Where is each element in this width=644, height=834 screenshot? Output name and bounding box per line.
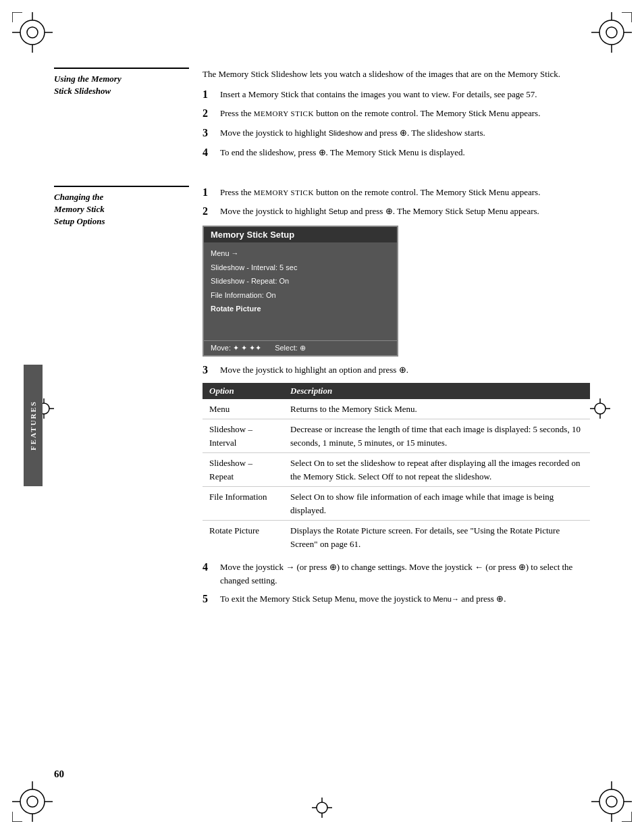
- svg-point-32: [317, 802, 327, 813]
- page-content: Features Using the MemoryStick Slideshow…: [54, 68, 590, 780]
- mid-right-crosshair: [590, 398, 610, 421]
- section1-container: Using the MemoryStick Slideshow The Memo…: [54, 68, 590, 165]
- step-num: 5: [203, 592, 213, 606]
- option-menu: Menu: [203, 399, 284, 419]
- option-slideshow-repeat: Slideshow – Repeat: [203, 453, 284, 487]
- svg-point-1: [27, 27, 38, 38]
- section1-intro: The Memory Stick Slideshow lets you watc…: [203, 68, 590, 81]
- page-number: 60: [54, 768, 64, 780]
- step-num: 4: [203, 561, 213, 587]
- step-2-4: 4 Move the joystick → (or press ⊕) to ch…: [203, 561, 590, 587]
- svg-point-9: [606, 27, 617, 38]
- step-num: 3: [203, 363, 213, 377]
- section2-steps-4-5: 4 Move the joystick → (or press ⊕) to ch…: [203, 561, 590, 606]
- desc-menu: Returns to the Memory Stick Menu.: [284, 399, 590, 419]
- svg-point-8: [599, 20, 624, 45]
- option-file-info: File Information: [203, 487, 284, 521]
- dialog-menu-item-2: Slideshow - Interval: 5 sec: [211, 261, 390, 275]
- svg-point-0: [20, 20, 45, 45]
- step-2-5: 5 To exit the Memory Stick Setup Menu, m…: [203, 592, 590, 606]
- table-row: Slideshow – Repeat Select On to set the …: [203, 453, 590, 487]
- section2-step3: 3 Move the joystick to highlight an opti…: [203, 363, 590, 377]
- dialog-menu-item-1: Menu →: [211, 246, 390, 261]
- table-row: Menu Returns to the Memory Stick Menu.: [203, 399, 590, 419]
- svg-point-17: [27, 796, 38, 807]
- dialog-menu-item-5: Rotate Picture: [211, 302, 390, 316]
- section2-steps: 1 Press the MEMORY STICK button on the r…: [203, 186, 590, 219]
- step-text: Move the joystick to highlight an option…: [220, 363, 590, 377]
- corner-decoration-tl: [12, 12, 53, 53]
- step-num: 3: [203, 126, 213, 140]
- corner-decoration-tr: [591, 12, 632, 53]
- svg-point-24: [599, 789, 624, 814]
- step-num: 2: [203, 107, 213, 121]
- corner-decoration-bl: [12, 781, 53, 822]
- section1-left: Using the MemoryStick Slideshow: [54, 68, 203, 165]
- step-text: Move the joystick to highlight Slideshow…: [220, 126, 590, 140]
- center-bottom-crosshair: [312, 798, 332, 818]
- section2-left: Changing theMemory StickSetup Options: [54, 186, 203, 612]
- table-row: File Information Select On to show file …: [203, 487, 590, 521]
- corner-decoration-br: [591, 781, 632, 822]
- step-2-2: 2 Move the joystick to highlight Setup a…: [203, 205, 590, 219]
- desc-file-info: Select On to show file information of ea…: [284, 487, 590, 521]
- dialog-menu-item-3: Slideshow - Repeat: On: [211, 274, 390, 288]
- step-1-4: 4 To end the slideshow, press ⊕. The Mem…: [203, 146, 590, 160]
- dialog-body: Menu → Slideshow - Interval: 5 sec Slide…: [204, 242, 397, 340]
- desc-rotate-picture: Displays the Rotate Picture screen. For …: [284, 521, 590, 554]
- step-text: To exit the Memory Stick Setup Menu, mov…: [220, 592, 590, 606]
- small-caps-memory-stick: MEMORY STICK: [254, 109, 314, 118]
- section1-right: The Memory Stick Slideshow lets you watc…: [203, 68, 590, 165]
- section1-steps: 1 Insert a Memory Stick that contains th…: [203, 88, 590, 160]
- svg-point-25: [606, 796, 617, 807]
- step-text: Press the MEMORY STICK button on the rem…: [220, 186, 590, 200]
- section2-heading: Changing theMemory StickSetup Options: [54, 186, 189, 228]
- step-text: Press the MEMORY STICK button on the rem…: [220, 107, 590, 121]
- setup-dialog: Memory Stick Setup Menu → Slideshow - In…: [203, 226, 398, 357]
- menu-item-slideshow: Slideshow: [329, 129, 363, 137]
- table-row: Slideshow –Interval Decrease or increase…: [203, 419, 590, 453]
- dialog-footer-select: Select: ⊕: [275, 344, 306, 353]
- step-num: 1: [203, 88, 213, 102]
- step-2-3: 3 Move the joystick to highlight an opti…: [203, 363, 590, 377]
- step-1-2: 2 Press the MEMORY STICK button on the r…: [203, 107, 590, 121]
- table-header-description: Description: [284, 383, 590, 399]
- step-1-3: 3 Move the joystick to highlight Slidesh…: [203, 126, 590, 140]
- step-text: Move the joystick → (or press ⊕) to chan…: [220, 561, 590, 587]
- step-num: 2: [203, 205, 213, 219]
- svg-point-42: [595, 403, 606, 414]
- step-text: Insert a Memory Stick that contains the …: [220, 88, 590, 102]
- step-text: Move the joystick to highlight Setup and…: [220, 205, 590, 219]
- table-row: Rotate Picture Displays the Rotate Pictu…: [203, 521, 590, 554]
- sidebar-label: Features: [29, 400, 37, 450]
- step-num: 4: [203, 146, 213, 160]
- dialog-menu-item-4: File Information: On: [211, 288, 390, 303]
- step-2-1: 1 Press the MEMORY STICK button on the r…: [203, 186, 590, 200]
- dialog-footer: Move: ✦ ✦ ✦✦ Select: ⊕: [204, 340, 397, 355]
- desc-slideshow-repeat: Select On to set the slideshow to repeat…: [284, 453, 590, 487]
- option-slideshow-interval: Slideshow –Interval: [203, 419, 284, 453]
- option-rotate-picture: Rotate Picture: [203, 521, 284, 554]
- menu-item-setup: Setup: [329, 207, 348, 215]
- step-1-1: 1 Insert a Memory Stick that contains th…: [203, 88, 590, 102]
- dialog-title: Memory Stick Setup: [204, 227, 397, 242]
- step-num: 1: [203, 186, 213, 200]
- features-sidebar-tab: Features: [24, 365, 43, 486]
- section2-container: Changing theMemory StickSetup Options 1 …: [54, 186, 590, 612]
- step-text: To end the slideshow, press ⊕. The Memor…: [220, 146, 590, 160]
- small-caps-memory-stick-2: MEMORY STICK: [254, 188, 314, 197]
- dialog-footer-move: Move: ✦ ✦ ✦✦: [211, 344, 261, 353]
- table-header-option: Option: [203, 383, 284, 399]
- desc-slideshow-interval: Decrease or increase the length of time …: [284, 419, 590, 453]
- section2-right: 1 Press the MEMORY STICK button on the r…: [203, 186, 590, 612]
- menu-item-menu-back: Menu→: [433, 595, 459, 603]
- svg-point-16: [20, 789, 45, 814]
- section1-heading: Using the MemoryStick Slideshow: [54, 68, 189, 97]
- option-table: Option Description Menu Returns to the M…: [203, 383, 590, 554]
